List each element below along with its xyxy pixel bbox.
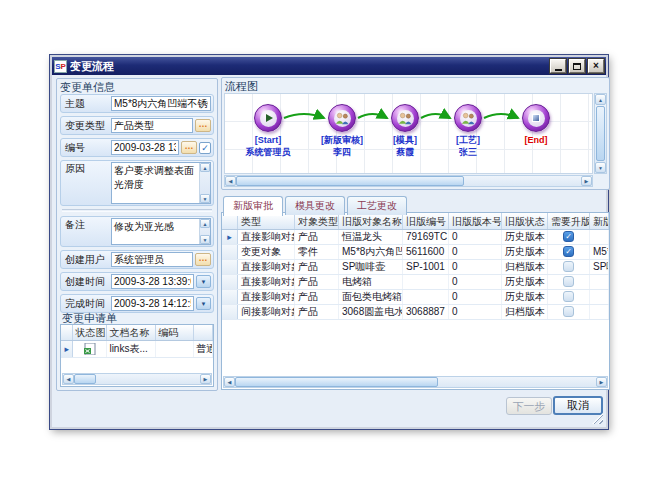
field-input-finish-time[interactable]	[111, 296, 194, 311]
upgrade-checkbox[interactable]	[563, 261, 574, 272]
grid-col-4[interactable]: 旧版版本号	[449, 213, 502, 229]
flow-v-scrollbar[interactable]: ▲ ▼	[594, 93, 607, 174]
field-label-change-type: 变更类型	[63, 119, 109, 133]
grid-cell: 面包类电烤箱	[339, 290, 403, 304]
flow-node-step-1[interactable]	[328, 104, 356, 132]
table-row[interactable]: 变更对象零件M5*8内六角凹...56116000历史版本✓M5*8	[222, 245, 609, 260]
scrollbar-track[interactable]	[438, 377, 596, 387]
row-selector	[222, 245, 238, 259]
scroll-up-icon[interactable]: ▲	[200, 163, 210, 172]
grid-cell: 0	[449, 260, 502, 274]
upgrade-checkbox[interactable]	[563, 291, 574, 302]
people-icon	[460, 110, 477, 127]
grid-cell: 间接影响对象	[238, 305, 295, 319]
upgrade-checkbox[interactable]: ✓	[563, 231, 574, 242]
flow-diagram-panel: 流程图 [Start]系统管理员[新版审核]李四[模具]蔡霞[工艺]张三[End…	[221, 77, 610, 190]
scroll-left-icon[interactable]: ◀	[224, 377, 235, 387]
flow-node-start[interactable]	[254, 104, 282, 132]
field-input-number[interactable]	[111, 140, 179, 155]
table-row[interactable]: 间接影响对象产品3068圆盖电水壶30688870归档版本	[222, 305, 609, 320]
scrollbar-thumb[interactable]	[596, 106, 605, 161]
tab-0[interactable]: 新版审批	[223, 196, 283, 216]
request-h-scrollbar[interactable]: ◀ ▶	[62, 373, 212, 385]
dropdown-button-create-time[interactable]: ▼	[196, 275, 211, 288]
grid-cell: 历史版本	[502, 245, 548, 259]
tab-1[interactable]: 模具更改	[285, 196, 345, 215]
ellipsis-button-creator[interactable]: …	[195, 253, 211, 266]
form-fields: 主题变更类型…编号…✓原因客户要求调整表面光滑度▲▼备注修改为亚光感▲▼创建用户…	[57, 94, 217, 316]
scroll-up-icon[interactable]: ▲	[200, 219, 210, 228]
checkbox-number[interactable]: ✓	[199, 142, 211, 154]
play-icon	[266, 114, 273, 122]
scroll-up-icon[interactable]: ▲	[595, 94, 606, 105]
cancel-button[interactable]: 取消	[553, 396, 603, 415]
table-row[interactable]: 直接影响对象产品SP咖啡壶SP-10010归档版本SP咖	[222, 260, 609, 275]
scroll-left-icon[interactable]: ◀	[225, 176, 236, 186]
textarea-scrollbar[interactable]: ▲▼	[199, 219, 210, 244]
tab-2[interactable]: 工艺更改	[347, 196, 407, 215]
grid-col-5[interactable]: 旧版状态	[502, 213, 548, 229]
grid-cell: 直接影响对象	[238, 230, 295, 244]
scroll-down-icon[interactable]: ▼	[200, 235, 210, 244]
scroll-right-icon[interactable]: ▶	[200, 374, 211, 384]
scrollbar-thumb[interactable]	[74, 374, 96, 384]
excel-doc-icon	[84, 343, 96, 355]
table-row[interactable]: ▸直接影响对象产品恒温龙头79169TC0历史版本✓	[222, 230, 609, 245]
scroll-left-icon[interactable]: ◀	[63, 374, 74, 384]
grid-cell: M5*8内六角凹...	[339, 245, 403, 259]
row-selector: ▸	[61, 341, 73, 357]
close-button[interactable]: ×	[588, 59, 604, 73]
upgrade-checkbox[interactable]	[563, 276, 574, 287]
request-col-2[interactable]: 编码	[156, 325, 194, 340]
scrollbar-thumb[interactable]	[235, 377, 438, 387]
request-row[interactable]: ▸links表...普通	[61, 341, 213, 358]
maximize-button[interactable]	[569, 59, 585, 73]
upgrade-checkbox[interactable]: ✓	[563, 246, 574, 257]
request-table-header: 状态图文档名称编码	[61, 325, 213, 341]
flow-node-step-3[interactable]	[454, 104, 482, 132]
flow-canvas[interactable]: [Start]系统管理员[新版审核]李四[模具]蔡霞[工艺]张三[End]	[224, 93, 593, 174]
titlebar[interactable]: SP 变更流程 ×	[52, 57, 606, 75]
grid-h-scrollbar[interactable]: ◀ ▶	[223, 376, 608, 388]
grid-col-6[interactable]: 需要升版	[548, 213, 590, 229]
scroll-right-icon[interactable]: ▶	[581, 176, 592, 186]
new-version-cell	[590, 230, 609, 244]
grid-col-3[interactable]: 旧版编号	[403, 213, 449, 229]
field-textarea-remark[interactable]: 修改为亚光感▲▼	[111, 218, 211, 245]
table-row[interactable]: 直接影响对象产品面包类电烤箱0历史版本	[222, 290, 609, 305]
scroll-right-icon[interactable]: ▶	[596, 377, 607, 387]
scroll-down-icon[interactable]: ▼	[200, 194, 210, 203]
field-input-subject[interactable]	[111, 96, 211, 111]
grid-cell: 历史版本	[502, 290, 548, 304]
request-col-0[interactable]: 状态图	[73, 325, 107, 340]
field-input-creator[interactable]	[111, 252, 193, 267]
people-icon	[397, 110, 414, 127]
scrollbar-track[interactable]	[464, 176, 581, 186]
flow-node-end[interactable]	[522, 104, 550, 132]
textarea-scrollbar[interactable]: ▲▼	[199, 163, 210, 203]
next-step-button[interactable]: 下一步	[506, 397, 552, 415]
new-version-cell	[590, 275, 609, 289]
scrollbar-thumb[interactable]	[236, 176, 464, 186]
ellipsis-button-number[interactable]: …	[181, 141, 197, 154]
dropdown-button-finish-time[interactable]: ▼	[196, 297, 211, 310]
request-col-1[interactable]: 文档名称	[107, 325, 156, 340]
grid-col-2[interactable]: 旧版对象名称	[339, 213, 403, 229]
grid-col-1[interactable]: 对象类型	[295, 213, 339, 229]
request-col-3[interactable]	[194, 325, 213, 340]
row-selector: ▸	[222, 230, 238, 244]
scroll-down-icon[interactable]: ▼	[595, 162, 606, 173]
change-request-table: 状态图文档名称编码 ▸links表...普通 ◀ ▶	[60, 324, 214, 387]
flow-node-step-2[interactable]	[391, 104, 419, 132]
field-textarea-reason[interactable]: 客户要求调整表面光滑度▲▼	[111, 162, 211, 204]
scrollbar-track[interactable]	[96, 374, 200, 384]
flow-h-scrollbar[interactable]: ◀ ▶	[224, 175, 593, 187]
upgrade-checkbox[interactable]	[563, 306, 574, 317]
grid-col-7[interactable]: 新版	[590, 213, 609, 229]
status-icon-cell	[73, 341, 107, 357]
field-input-change-type[interactable]	[111, 118, 193, 133]
field-input-create-time[interactable]	[111, 274, 194, 289]
table-row[interactable]: 直接影响对象产品电烤箱0历史版本	[222, 275, 609, 290]
ellipsis-button-change-type[interactable]: …	[195, 119, 211, 132]
minimize-button[interactable]	[550, 59, 566, 73]
